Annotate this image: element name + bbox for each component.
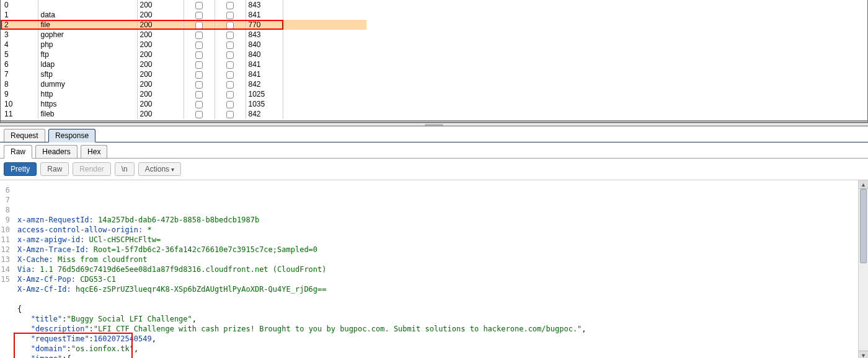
pretty-button[interactable]: Pretty <box>4 162 37 176</box>
table-row[interactable]: 7sftp200841 <box>1 69 366 79</box>
cell-timeout-checkbox[interactable] <box>215 40 246 50</box>
cell-timeout-checkbox[interactable] <box>215 0 246 10</box>
cell-timeout-checkbox[interactable] <box>215 99 246 109</box>
cell-rest <box>283 69 366 79</box>
cell-rest <box>283 50 366 59</box>
cell-timeout-checkbox[interactable] <box>215 59 246 69</box>
cell-status: 200 <box>137 69 184 79</box>
cell-rest <box>283 10 366 20</box>
subtab-raw[interactable]: Raw <box>4 145 32 159</box>
cell-index: 5 <box>1 50 38 59</box>
cell-error-checkbox[interactable] <box>184 40 215 50</box>
cell-length: 842 <box>246 109 283 119</box>
tab-response[interactable]: Response <box>48 129 95 142</box>
checkbox-icon <box>226 51 234 59</box>
cell-length: 841 <box>246 10 283 20</box>
subtab-headers[interactable]: Headers <box>35 145 77 158</box>
checkbox-icon <box>195 61 203 69</box>
scroll-thumb[interactable] <box>860 189 867 263</box>
table-row[interactable]: 1data200841 <box>1 10 366 20</box>
table-row[interactable]: 9http2001025 <box>1 89 366 99</box>
cell-error-checkbox[interactable] <box>184 99 215 109</box>
subtab-hex[interactable]: Hex <box>81 145 107 158</box>
cell-error-checkbox[interactable] <box>184 30 215 40</box>
cell-length: 1035 <box>246 99 283 109</box>
cell-rest <box>283 0 366 10</box>
cell-error-checkbox[interactable] <box>184 20 215 30</box>
cell-timeout-checkbox[interactable] <box>215 30 246 40</box>
table-row[interactable]: 10https2001035 <box>1 99 366 109</box>
cell-timeout-checkbox[interactable] <box>215 89 246 99</box>
cell-error-checkbox[interactable] <box>184 10 215 20</box>
cell-length: 843 <box>246 0 283 10</box>
cell-status: 200 <box>137 99 184 109</box>
checkbox-icon <box>226 101 234 108</box>
checkbox-icon <box>195 101 203 108</box>
table-row[interactable]: 6ldap200841 <box>1 59 366 69</box>
cell-rest <box>283 109 366 119</box>
checkbox-icon <box>226 61 234 69</box>
cell-index: 2 <box>1 20 38 30</box>
table-row[interactable]: 8dummy200842 <box>1 79 366 89</box>
cell-error-checkbox[interactable] <box>184 89 215 99</box>
table-row[interactable]: 0200843 <box>1 0 366 10</box>
cell-timeout-checkbox[interactable] <box>215 69 246 79</box>
checkbox-icon <box>195 32 203 39</box>
cell-error-checkbox[interactable] <box>184 69 215 79</box>
cell-error-checkbox[interactable] <box>184 50 215 59</box>
cell-status: 200 <box>137 30 184 40</box>
cell-status: 200 <box>137 50 184 59</box>
vertical-scrollbar[interactable]: ▲ ▼ <box>858 180 868 358</box>
cell-status: 200 <box>137 59 184 69</box>
cell-timeout-checkbox[interactable] <box>215 79 246 89</box>
intruder-results-table[interactable]: 02008431data2008412file2007703gopher2008… <box>1 0 366 119</box>
cell-status: 200 <box>137 79 184 89</box>
cell-length: 1025 <box>246 89 283 99</box>
cell-timeout-checkbox[interactable] <box>215 20 246 30</box>
cell-timeout-checkbox[interactable] <box>215 109 246 119</box>
cell-length: 840 <box>246 40 283 50</box>
linewrap-button[interactable]: \n <box>115 162 135 176</box>
table-row[interactable]: 3gopher200843 <box>1 30 366 40</box>
checkbox-icon <box>226 41 234 49</box>
actions-dropdown[interactable]: Actions <box>138 162 181 176</box>
cell-length: 841 <box>246 59 283 69</box>
cell-status: 200 <box>137 10 184 20</box>
scroll-down-arrow[interactable]: ▼ <box>859 351 868 358</box>
checkbox-icon <box>226 81 234 89</box>
cell-payload <box>38 0 137 10</box>
cell-error-checkbox[interactable] <box>184 79 215 89</box>
cell-rest <box>283 40 366 50</box>
response-code-content[interactable]: .x-amzn-RequestId: 14a257bd-dab6-472b-88… <box>2 210 868 358</box>
render-button[interactable]: Render <box>73 162 110 176</box>
cell-timeout-checkbox[interactable] <box>215 50 246 59</box>
cell-payload: https <box>38 99 137 109</box>
cell-payload: fileb <box>38 109 137 119</box>
raw-button[interactable]: Raw <box>40 162 69 176</box>
table-row[interactable]: 11fileb200842 <box>1 109 366 119</box>
cell-payload: ftp <box>38 50 137 59</box>
table-row[interactable]: 5ftp200840 <box>1 50 366 59</box>
scroll-track[interactable] <box>859 189 868 351</box>
cell-index: 10 <box>1 99 38 109</box>
tab-request[interactable]: Request <box>4 129 45 142</box>
cell-status: 200 <box>137 109 184 119</box>
cell-length: 842 <box>246 79 283 89</box>
table-row[interactable]: 4php200840 <box>1 40 366 50</box>
pane-splitter[interactable] <box>0 123 868 126</box>
cell-length: 770 <box>246 20 283 30</box>
checkbox-icon <box>195 81 203 89</box>
cell-status: 200 <box>137 40 184 50</box>
cell-length: 841 <box>246 69 283 79</box>
cell-timeout-checkbox[interactable] <box>215 10 246 20</box>
cell-index: 11 <box>1 109 38 119</box>
cell-error-checkbox[interactable] <box>184 0 215 10</box>
cell-error-checkbox[interactable] <box>184 109 215 119</box>
response-body-viewer[interactable]: 6789101112131415 .x-amzn-RequestId: 14a2… <box>0 180 868 358</box>
table-row[interactable]: 2file200770 <box>1 20 366 30</box>
cell-error-checkbox[interactable] <box>184 59 215 69</box>
checkbox-icon <box>195 41 203 49</box>
cell-status: 200 <box>137 0 184 10</box>
checkbox-icon <box>226 111 234 118</box>
scroll-up-arrow[interactable]: ▲ <box>859 180 868 189</box>
